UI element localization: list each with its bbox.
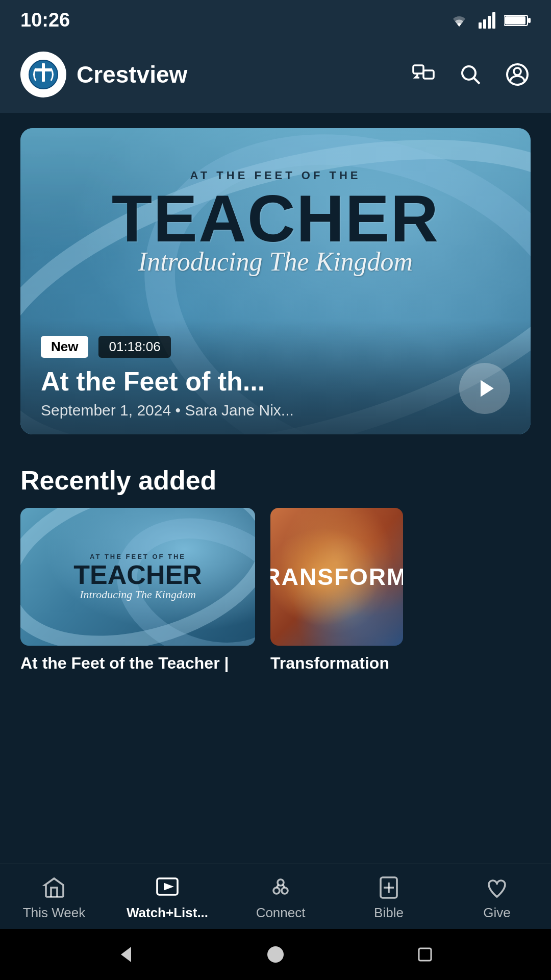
featured-badges: New 01:18:06 — [41, 336, 510, 358]
featured-speaker: Sara Jane Nix... — [185, 402, 293, 419]
wifi-icon — [448, 12, 470, 29]
media-card-transformation[interactable]: TRANSFORMA Transformation — [270, 508, 403, 673]
search-icon — [458, 62, 483, 87]
featured-card[interactable]: AT THE FEET OF THE TEACHER Introducing T… — [20, 128, 531, 434]
featured-bottom: New 01:18:06 At the Feet of th... Septem… — [20, 321, 531, 434]
android-recent-button[interactable] — [410, 939, 440, 970]
android-home-icon — [265, 944, 286, 965]
play-button[interactable] — [459, 363, 510, 414]
svg-point-20 — [282, 888, 288, 894]
header-left: Crestview — [20, 52, 187, 97]
battery-icon — [504, 13, 531, 28]
featured-main-title: TEACHER — [20, 185, 531, 252]
nav-this-week-label: This Week — [23, 905, 85, 921]
svg-rect-29 — [419, 948, 431, 961]
android-home-button[interactable] — [260, 939, 291, 970]
bible-icon-container — [375, 874, 402, 901]
connect-icon-container — [267, 874, 294, 901]
recently-added-row: AT THE FEET OF THE TEACHER Introducing T… — [0, 508, 551, 673]
featured-subtitle: AT THE FEET OF THE — [20, 169, 531, 182]
featured-separator: • — [176, 402, 185, 419]
recent-icon — [415, 944, 435, 965]
card-bg-transformation: TRANSFORMA — [270, 508, 403, 646]
card-mini-cursive: Introducing The Kingdom — [73, 588, 202, 601]
nav-connect[interactable]: Connect — [245, 874, 316, 921]
home-icon — [42, 875, 66, 900]
bible-icon — [377, 875, 401, 900]
nav-watch-list[interactable]: Watch+List... — [127, 874, 208, 921]
nav-connect-label: Connect — [256, 905, 306, 921]
svg-rect-3 — [492, 12, 495, 29]
svg-line-13 — [474, 78, 480, 84]
bottom-nav: This Week Watch+List... Connect — [0, 864, 551, 929]
featured-meta: September 1, 2024 • Sara Jane Nix... — [41, 402, 510, 419]
featured-date: September 1, 2024 — [41, 402, 171, 419]
watch-list-icon — [155, 875, 180, 900]
card-thumb-transformation: TRANSFORMA — [270, 508, 403, 646]
profile-icon — [505, 62, 530, 87]
profile-button[interactable] — [504, 61, 531, 88]
app-logo[interactable] — [20, 52, 66, 97]
svg-rect-8 — [42, 63, 45, 82]
svg-marker-27 — [121, 947, 131, 962]
nav-watch-list-label: Watch+List... — [127, 905, 208, 921]
card-thumb-teacher: AT THE FEET OF THE TEACHER Introducing T… — [20, 508, 255, 646]
card-mini-title: TEACHER — [73, 561, 202, 588]
search-button[interactable] — [457, 61, 484, 88]
svg-rect-5 — [505, 16, 525, 24]
status-time: 10:26 — [20, 9, 70, 31]
android-nav-bar — [0, 929, 551, 980]
back-icon — [116, 944, 136, 965]
chat-button[interactable] — [410, 61, 437, 88]
header-right — [410, 61, 531, 88]
svg-point-15 — [514, 68, 521, 75]
home-icon-container — [41, 874, 67, 901]
svg-rect-6 — [528, 18, 531, 23]
watch-icon-container — [154, 874, 181, 901]
svg-point-28 — [267, 946, 284, 963]
featured-title: At the Feet of th... — [41, 366, 510, 397]
nav-bible-label: Bible — [374, 905, 404, 921]
card-label-teacher: At the Feet of the Teacher | — [20, 646, 255, 673]
badge-duration: 01:18:06 — [98, 336, 170, 358]
card-label-transformation: Transformation — [270, 646, 403, 673]
header: Crestview — [0, 36, 551, 113]
featured-text-block: AT THE FEET OF THE TEACHER Introducing T… — [20, 169, 531, 277]
card-bg-teacher: AT THE FEET OF THE TEACHER Introducing T… — [20, 508, 255, 646]
transformation-text: TRANSFORMA — [270, 563, 403, 591]
nav-give-label: Give — [483, 905, 510, 921]
card-mini-subtitle: AT THE FEET OF THE — [73, 553, 202, 560]
svg-rect-9 — [35, 68, 52, 71]
give-icon-container — [484, 874, 510, 901]
svg-marker-16 — [481, 380, 494, 397]
nav-this-week[interactable]: This Week — [18, 874, 90, 921]
signal-icon — [479, 12, 496, 29]
play-icon — [475, 377, 497, 400]
logo-icon — [28, 59, 59, 90]
svg-point-12 — [462, 66, 475, 80]
svg-rect-1 — [483, 19, 486, 29]
featured-cursive: Introducing The Kingdom — [20, 247, 531, 277]
svg-marker-18 — [164, 884, 172, 890]
svg-rect-2 — [488, 16, 491, 29]
svg-rect-10 — [413, 65, 423, 74]
give-icon — [485, 875, 509, 900]
svg-rect-0 — [479, 22, 482, 29]
nav-give[interactable]: Give — [461, 874, 533, 921]
connect-icon — [268, 875, 293, 900]
nav-bible[interactable]: Bible — [353, 874, 424, 921]
android-back-button[interactable] — [111, 939, 141, 970]
recently-added-title: Recently added — [0, 450, 551, 508]
svg-point-19 — [273, 888, 280, 894]
status-icons — [448, 12, 531, 29]
status-bar: 10:26 — [0, 0, 551, 36]
badge-new: New — [41, 336, 88, 358]
app-title: Crestview — [77, 61, 187, 88]
media-card-teacher[interactable]: AT THE FEET OF THE TEACHER Introducing T… — [20, 508, 255, 673]
chat-icon — [411, 62, 436, 87]
svg-rect-11 — [423, 70, 434, 79]
